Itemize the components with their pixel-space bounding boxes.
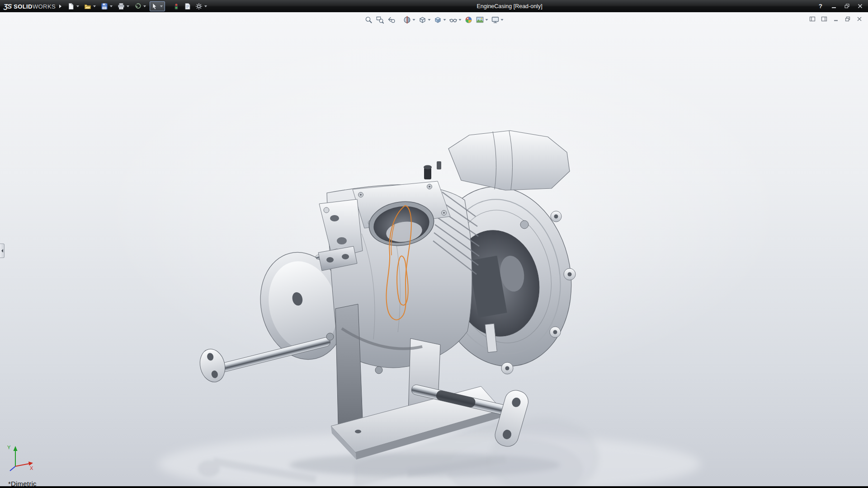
save-icon <box>101 3 108 10</box>
file-properties-button[interactable] <box>183 1 193 11</box>
view-orientation-icon <box>419 16 427 24</box>
apply-scene-icon <box>476 16 484 24</box>
select-button[interactable] <box>150 1 165 11</box>
apply-scene-dropdown[interactable] <box>486 19 488 21</box>
expand-panel-arrow-icon <box>1 249 3 253</box>
restore-icon <box>844 16 851 22</box>
zoom-to-fit-icon <box>365 16 373 24</box>
view-orientation-dropdown[interactable] <box>428 19 431 21</box>
display-style-dropdown[interactable] <box>443 19 446 21</box>
display-style-button[interactable] <box>433 14 447 25</box>
save-dropdown[interactable] <box>110 5 113 7</box>
reference-triad: Y X <box>4 442 36 474</box>
edit-appearance-icon <box>465 16 473 24</box>
close-document-button[interactable] <box>855 15 863 23</box>
pane-toggle-right-button[interactable] <box>820 15 828 23</box>
previous-view-icon <box>387 16 396 24</box>
options-icon <box>195 3 203 10</box>
section-view-icon <box>403 16 411 24</box>
close-icon <box>856 16 863 22</box>
print-icon <box>118 3 125 10</box>
minimize-icon <box>833 16 839 22</box>
z-axis-arrow-icon <box>10 466 15 471</box>
hide-show-items-icon <box>449 16 458 24</box>
hide-show-items-dropdown[interactable] <box>459 19 462 21</box>
view-settings-icon <box>491 16 500 24</box>
view-orientation-button[interactable] <box>418 14 432 25</box>
apply-scene-button[interactable] <box>475 14 489 25</box>
heads-up-view-toolbar <box>364 14 505 25</box>
previous-view-button[interactable] <box>387 14 396 25</box>
options-dropdown[interactable] <box>204 5 207 7</box>
graphics-area[interactable]: Y X *Dimetric <box>0 12 868 488</box>
y-axis-label: Y <box>7 445 11 450</box>
solidworks-logo: ƷS SOLIDWORKS <box>0 2 58 10</box>
view-settings-dropdown[interactable] <box>501 19 504 21</box>
print-dropdown[interactable] <box>127 5 129 7</box>
pane-right-icon <box>821 16 827 22</box>
engine-casing-model[interactable] <box>0 12 868 488</box>
close-window-button[interactable] <box>856 3 863 10</box>
open-button[interactable] <box>83 1 98 11</box>
zoom-to-fit-button[interactable] <box>364 14 374 25</box>
restore-icon <box>844 3 850 9</box>
view-settings-button[interactable] <box>491 14 505 25</box>
solidworks-window: ƷS SOLIDWORKS <box>0 0 868 488</box>
open-folder-icon <box>84 3 91 10</box>
menu-flyout-arrow[interactable] <box>59 5 61 8</box>
close-icon <box>857 3 863 9</box>
display-style-icon <box>434 16 442 24</box>
y-axis-arrow-icon <box>14 446 18 451</box>
document-window-controls <box>808 15 863 23</box>
rebuild-button[interactable] <box>171 1 181 11</box>
print-button[interactable] <box>116 1 132 11</box>
new-document-button[interactable] <box>66 1 81 11</box>
select-dropdown[interactable] <box>160 5 163 7</box>
minimize-window-button[interactable] <box>830 3 837 10</box>
new-document-icon <box>67 3 75 10</box>
file-properties-icon <box>184 3 191 10</box>
undo-button[interactable] <box>133 1 148 11</box>
section-view-button[interactable] <box>402 14 416 25</box>
section-view-dropdown[interactable] <box>413 19 415 21</box>
pane-toggle-left-button[interactable] <box>808 15 816 23</box>
x-axis-label: X <box>30 465 33 471</box>
main-toolbar <box>66 1 209 11</box>
zoom-to-area-icon <box>376 16 384 24</box>
minimize-document-button[interactable] <box>832 15 840 23</box>
minimize-icon <box>831 3 837 9</box>
hide-show-items-button[interactable] <box>448 14 462 25</box>
options-button[interactable] <box>194 1 209 11</box>
zoom-to-area-button[interactable] <box>375 14 385 25</box>
window-title: EngineCasing [Read-only] <box>209 3 810 9</box>
titlebar: ƷS SOLIDWORKS <box>0 0 868 12</box>
restore-window-button[interactable] <box>843 3 850 10</box>
open-dropdown[interactable] <box>93 5 96 7</box>
pane-left-icon <box>809 16 816 22</box>
screen-bottom-edge <box>0 486 868 488</box>
rebuild-icon <box>173 3 180 10</box>
help-icon: ? <box>819 3 822 9</box>
undo-dropdown[interactable] <box>143 5 146 7</box>
edit-appearance-button[interactable] <box>464 14 474 25</box>
new-document-dropdown[interactable] <box>76 5 79 7</box>
feature-manager-collapsed-tab[interactable] <box>0 244 5 258</box>
brand-name: SOLIDWORKS <box>14 3 56 10</box>
save-button[interactable] <box>99 1 115 11</box>
help-button[interactable]: ? <box>817 3 824 10</box>
undo-icon <box>134 3 142 10</box>
select-cursor-icon <box>151 3 158 10</box>
window-controls: ? <box>810 3 868 10</box>
restore-document-button[interactable] <box>844 15 852 23</box>
dassault-logo-icon: ƷS <box>4 2 11 10</box>
